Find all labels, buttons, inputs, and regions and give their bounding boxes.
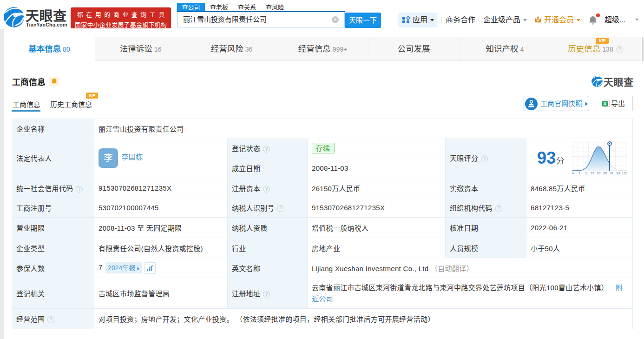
svg-text:97: 97	[610, 172, 614, 175]
svg-text:15: 15	[591, 172, 594, 175]
svg-text:85: 85	[604, 172, 607, 175]
svg-text:99: 99	[617, 172, 620, 175]
svg-text:0: 0	[572, 172, 574, 175]
svg-text:3: 3	[585, 172, 587, 175]
svg-text:1: 1	[578, 172, 580, 175]
svg-text:100: 100	[622, 172, 627, 175]
svg-text:50: 50	[597, 172, 601, 175]
